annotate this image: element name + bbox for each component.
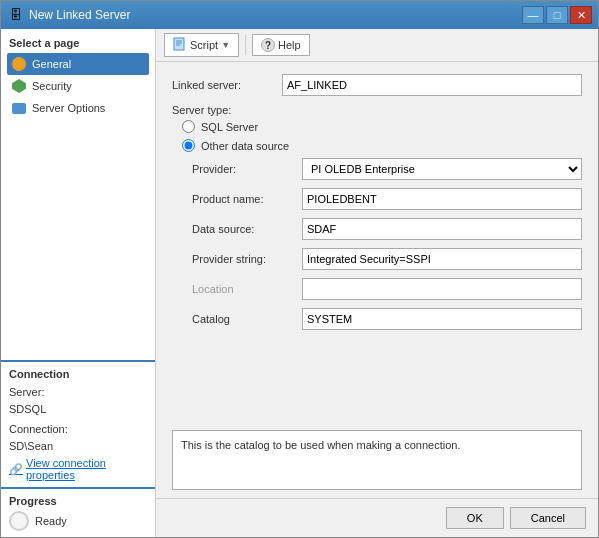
other-source-radio-label: Other data source [201, 140, 289, 152]
sidebar-label-security: Security [32, 80, 72, 92]
linked-server-label: Linked server: [172, 79, 282, 91]
sidebar: Select a page General Security [1, 29, 156, 537]
ok-button[interactable]: OK [446, 507, 504, 529]
title-bar: 🗄 New Linked Server — □ ✕ [1, 1, 598, 29]
sidebar-item-general[interactable]: General [7, 53, 149, 75]
provider-select[interactable]: PI OLEDB Enterprise SQL Server MSDASQL [302, 158, 582, 180]
svg-rect-0 [174, 38, 184, 50]
title-bar-left: 🗄 New Linked Server [9, 8, 130, 22]
location-label: Location [192, 283, 302, 295]
main-window: 🗄 New Linked Server — □ ✕ Select a page … [0, 0, 599, 538]
other-source-radio[interactable] [182, 139, 195, 152]
info-box: This is the catalog to be used when maki… [172, 430, 582, 490]
title-bar-controls: — □ ✕ [522, 6, 592, 24]
provider-row: Provider: PI OLEDB Enterprise SQL Server… [192, 158, 582, 180]
help-icon: ? [261, 38, 275, 52]
provider-string-label: Provider string: [192, 253, 302, 265]
product-name-row: Product name: [192, 188, 582, 210]
sql-server-radio-row: SQL Server [182, 120, 582, 133]
provider-string-input[interactable] [302, 248, 582, 270]
provider-label: Provider: [192, 163, 302, 175]
sidebar-section-title: Select a page [7, 37, 149, 49]
sidebar-section: Select a page General Security [1, 29, 155, 123]
catalog-label: Catalog [192, 313, 302, 325]
other-source-radio-row: Other data source [182, 139, 582, 152]
data-source-row: Data source: [192, 218, 582, 240]
right-content: Script ▼ ? Help Linked server: Serv [156, 29, 598, 537]
info-text: This is the catalog to be used when maki… [181, 439, 460, 451]
server-type-label: Server type: [172, 104, 282, 116]
maximize-button[interactable]: □ [546, 6, 568, 24]
window-title: New Linked Server [29, 8, 130, 22]
catalog-row: Catalog [192, 308, 582, 330]
security-icon [11, 78, 27, 94]
server-options-icon [11, 100, 27, 116]
close-button[interactable]: ✕ [570, 6, 592, 24]
connection-title: Connection [9, 368, 147, 380]
general-icon [11, 56, 27, 72]
sql-server-radio-label: SQL Server [201, 121, 258, 133]
form-area: Linked server: Server type: SQL Server O… [156, 62, 598, 422]
catalog-input[interactable] [302, 308, 582, 330]
server-type-row: Server type: [172, 104, 582, 116]
link-icon: 🔗 [9, 463, 23, 476]
connection-section: Connection Server: SDSQL Connection: SD\… [1, 360, 155, 487]
sidebar-item-security[interactable]: Security [7, 75, 149, 97]
script-dropdown-arrow: ▼ [221, 40, 230, 50]
product-name-label: Product name: [192, 193, 302, 205]
progress-row: Ready [9, 511, 147, 531]
progress-section: Progress Ready [1, 487, 155, 537]
linked-server-input[interactable] [282, 74, 582, 96]
server-label: Server: SDSQL [9, 384, 147, 417]
provider-string-row: Provider string: [192, 248, 582, 270]
data-source-input[interactable] [302, 218, 582, 240]
sidebar-label-server-options: Server Options [32, 102, 105, 114]
script-button[interactable]: Script ▼ [164, 33, 239, 57]
linked-server-row: Linked server: [172, 74, 582, 96]
window-icon: 🗄 [9, 8, 23, 22]
indented-fields: Provider: PI OLEDB Enterprise SQL Server… [192, 158, 582, 330]
script-icon [173, 37, 187, 53]
toolbar-separator [245, 35, 246, 55]
sql-server-radio[interactable] [182, 120, 195, 133]
location-row: Location [192, 278, 582, 300]
progress-status: Ready [35, 515, 67, 527]
data-source-label: Data source: [192, 223, 302, 235]
location-input[interactable] [302, 278, 582, 300]
help-label: Help [278, 39, 301, 51]
connection-label: Connection: SD\Sean [9, 421, 147, 454]
help-button[interactable]: ? Help [252, 34, 310, 56]
script-label: Script [190, 39, 218, 51]
view-connection-properties-link[interactable]: 🔗 View connection properties [9, 457, 147, 481]
bottom-bar: OK Cancel [156, 498, 598, 537]
progress-circle [9, 511, 29, 531]
main-content: Select a page General Security [1, 29, 598, 537]
sidebar-label-general: General [32, 58, 71, 70]
sidebar-item-server-options[interactable]: Server Options [7, 97, 149, 119]
cancel-button[interactable]: Cancel [510, 507, 586, 529]
product-name-input[interactable] [302, 188, 582, 210]
progress-title: Progress [9, 495, 147, 507]
toolbar: Script ▼ ? Help [156, 29, 598, 62]
minimize-button[interactable]: — [522, 6, 544, 24]
